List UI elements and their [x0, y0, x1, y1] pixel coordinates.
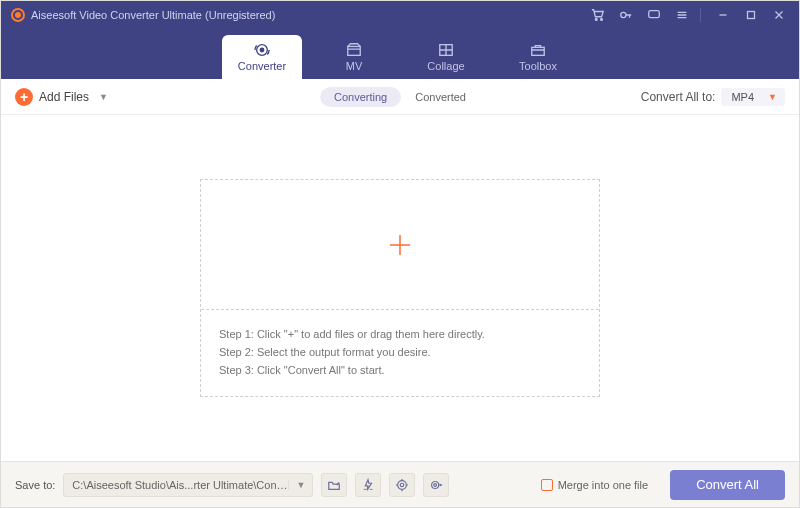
- add-files-button[interactable]: + Add Files ▼: [15, 88, 108, 106]
- tab-converter[interactable]: Converter: [222, 35, 302, 79]
- svg-point-0: [595, 19, 597, 21]
- segment-converted[interactable]: Converted: [401, 87, 480, 107]
- svg-point-13: [434, 483, 437, 486]
- tab-label: Collage: [427, 60, 464, 72]
- open-folder-button[interactable]: [321, 473, 347, 497]
- tab-label: Converter: [238, 60, 286, 72]
- tab-mv[interactable]: MV: [314, 35, 394, 79]
- main-tabs: Converter MV Collage Toolbox: [1, 29, 799, 79]
- titlebar: Aiseesoft Video Converter Ultimate (Unre…: [1, 1, 799, 29]
- close-icon[interactable]: [769, 5, 789, 25]
- app-window: Aiseesoft Video Converter Ultimate (Unre…: [0, 0, 800, 508]
- bottombar: Save to: C:\Aiseesoft Studio\Ais...rter …: [1, 461, 799, 507]
- step-text: Step 3: Click "Convert All" to start.: [219, 364, 581, 376]
- menu-icon[interactable]: [672, 5, 692, 25]
- main-area: Step 1: Click "+" to add files or drag t…: [1, 115, 799, 461]
- minimize-icon[interactable]: [713, 5, 733, 25]
- plus-icon: [384, 229, 416, 261]
- tab-label: Toolbox: [519, 60, 557, 72]
- svg-rect-4: [748, 12, 755, 19]
- status-segment: Converting Converted: [320, 87, 480, 107]
- format-value: MP4: [731, 91, 754, 103]
- svg-point-11: [401, 483, 405, 487]
- svg-point-10: [398, 480, 407, 489]
- svg-point-2: [621, 12, 626, 17]
- add-files-label: Add Files: [39, 90, 89, 104]
- convert-all-button[interactable]: Convert All: [670, 470, 785, 500]
- save-path-box[interactable]: C:\Aiseesoft Studio\Ais...rter Ultimate\…: [63, 473, 313, 497]
- dropzone-steps: Step 1: Click "+" to add files or drag t…: [201, 310, 599, 396]
- key-icon[interactable]: [616, 5, 636, 25]
- svg-rect-7: [348, 46, 360, 55]
- hardware-accel-button[interactable]: [355, 473, 381, 497]
- dropzone: Step 1: Click "+" to add files or drag t…: [200, 179, 600, 397]
- chevron-down-icon: ▼: [99, 92, 108, 102]
- titlebar-divider: [700, 8, 701, 22]
- save-path-value: C:\Aiseesoft Studio\Ais...rter Ultimate\…: [72, 479, 288, 491]
- feedback-icon[interactable]: [644, 5, 664, 25]
- app-logo-icon: [11, 8, 25, 22]
- chevron-down-icon: ▼: [768, 92, 777, 102]
- svg-point-12: [432, 481, 439, 488]
- save-to-label: Save to:: [15, 479, 55, 491]
- app-title: Aiseesoft Video Converter Ultimate (Unre…: [31, 9, 275, 21]
- merge-checkbox[interactable]: Merge into one file: [541, 479, 649, 491]
- tab-collage[interactable]: Collage: [406, 35, 486, 79]
- checkbox-icon: [541, 479, 553, 491]
- convert-all-to-label: Convert All to:: [641, 90, 716, 104]
- task-schedule-button[interactable]: [389, 473, 415, 497]
- svg-point-6: [260, 48, 264, 52]
- toolbar: + Add Files ▼ Converting Converted Conve…: [1, 79, 799, 115]
- dropzone-add-area[interactable]: [201, 180, 599, 310]
- maximize-icon[interactable]: [741, 5, 761, 25]
- tab-toolbox[interactable]: Toolbox: [498, 35, 578, 79]
- step-text: Step 2: Select the output format you des…: [219, 346, 581, 358]
- format-select[interactable]: MP4 ▼: [721, 88, 785, 106]
- plus-icon: +: [15, 88, 33, 106]
- svg-rect-9: [532, 47, 544, 55]
- merge-label: Merge into one file: [558, 479, 649, 491]
- step-text: Step 1: Click "+" to add files or drag t…: [219, 328, 581, 340]
- segment-converting[interactable]: Converting: [320, 87, 401, 107]
- svg-point-1: [601, 19, 603, 21]
- tab-label: MV: [346, 60, 363, 72]
- settings-button[interactable]: [423, 473, 449, 497]
- chevron-down-icon[interactable]: ▼: [288, 480, 312, 490]
- cart-icon[interactable]: [588, 5, 608, 25]
- convert-all-to: Convert All to: MP4 ▼: [641, 88, 785, 106]
